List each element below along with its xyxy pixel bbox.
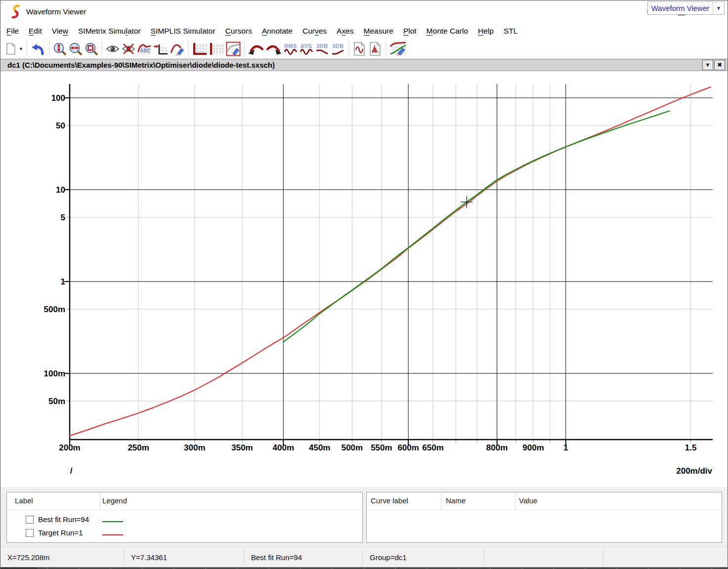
taskbar-sliver [0,567,728,569]
zoom-x-button[interactable] [68,41,84,57]
avg-button[interactable]: AVG [299,41,314,57]
legend-line-sample [102,521,123,522]
tab-list-dropdown-button[interactable]: ▼ [702,60,713,70]
x-tick-label: 1.5 [685,443,697,452]
y-tick-label: 100m [44,369,65,378]
show-curve-button[interactable] [105,41,121,57]
new-graph-button[interactable]: ▼ [3,41,24,57]
add-axis-button[interactable] [191,41,208,57]
window-title: Waveform Viewer [26,7,86,16]
db3-highpass-button[interactable]: 3DB [330,41,346,57]
edit-curve-button[interactable] [169,41,186,57]
values-col-value: Value [519,496,537,505]
menu-measure[interactable]: Measure [359,27,398,36]
menu-cursors[interactable]: Cursors [220,27,257,36]
hide-curve-button[interactable] [121,41,136,57]
grid-divider-icon [209,42,224,56]
y-tick-label: 10 [56,185,65,195]
menu-stl[interactable]: STL [499,27,522,36]
rms-button[interactable]: RMS [283,41,299,57]
menu-simplis-simulator[interactable]: SIMPLIS Simulator [146,27,220,36]
viewer-mode-value: Waveform Viewer [648,4,713,12]
y-tick-label: 100 [51,93,65,103]
new-graph-dropdown-icon[interactable]: ▼ [19,46,23,51]
x-axis-per-div-label: 200m/div [676,466,712,476]
plot-fft-doc-button[interactable] [367,41,383,57]
combo-dropdown-icon[interactable]: ▼ [713,5,724,11]
db3-lowpass-button[interactable]: 3DB [314,41,330,57]
annotate-curve-button[interactable]: ABC [136,41,152,57]
zoom-box-icon [85,42,98,56]
menu-simetrix-simulator[interactable]: SIMetrix Simulator [73,27,146,36]
legend-line-sample [102,534,123,535]
x-tick-label: 350m [231,443,253,452]
reduce-curve-right-button[interactable] [265,41,283,57]
menu-bar: FileEditViewSIMetrix SimulatorSIMPLIS Si… [0,23,728,39]
x-tick-label: 400m [273,443,294,452]
legend-curve-label[interactable]: Target Run=1 [38,528,83,537]
status-field-5 [603,549,728,566]
x-tick-label: 550m [371,443,392,452]
status-field-0: X=725.208m [0,549,124,566]
bottom-region: Label Legend Best fit Run=94Target Run=1… [0,487,728,547]
undo-button[interactable] [30,41,46,57]
x-tick-label: 1 [563,443,568,452]
status-field-1: Y=7.34361 [124,549,244,566]
curve-label-icon: ABC [137,42,151,56]
waveform-plot[interactable]: 200m250m300m350m400m450m500m550m600m650m… [0,71,728,487]
values-panel-header: Curve label Name Value [367,492,722,510]
legend-checkbox[interactable] [26,516,34,524]
app-logo-icon [10,4,21,19]
db3-label: 3DB [332,43,344,49]
plot-area[interactable]: 200m250m300m350m400m450m500m550m600m650m… [0,71,728,487]
tab-close-button[interactable]: ✖ [714,60,725,70]
eye-crossed-icon [122,42,135,56]
legend-panel: Label Legend Best fit Run=94Target Run=1 [6,492,363,543]
x-tick-label: 300m [184,443,205,452]
move-curve-axis-button[interactable] [152,41,169,57]
zoom-y-button[interactable] [52,41,68,57]
legend-col-label: Label [15,496,33,505]
plot-waveform-doc-button[interactable] [351,41,367,57]
status-bar: X=725.208mY=7.34361Best fit Run=94Group=… [0,547,728,567]
graph-tab-bar: dc1 (C:\Documents\Examples-90\SIMetrix\O… [0,59,728,71]
zoom-rect-button[interactable] [84,41,99,57]
graph-pencil-icon [226,41,241,56]
menu-view[interactable]: View [47,27,73,36]
curve-best-fit-run-94[interactable] [283,111,669,342]
edit-graph-button[interactable] [225,41,242,57]
values-col-name: Name [446,496,466,505]
sine-wave-icon [284,49,297,55]
graph-tab[interactable]: dc1 (C:\Documents\Examples-90\SIMetrix\O… [7,61,275,69]
menu-file[interactable]: File [1,27,24,36]
svg-text:ABC: ABC [140,48,151,53]
highpass-slope-icon [332,49,344,55]
legend-curve-label[interactable]: Best fit Run=94 [38,515,89,524]
x-tick-label: 450m [309,443,330,452]
menu-monte-carlo[interactable]: Monte Carlo [422,27,473,36]
status-field-2: Best fit Run=94 [244,549,363,566]
menu-help[interactable]: Help [473,27,499,36]
legend-row: Target Run=1 [26,526,362,539]
sine-wave-icon [300,49,313,55]
menu-plot[interactable]: Plot [398,27,422,36]
add-grid-button[interactable] [208,41,225,57]
edit-curves-button[interactable] [388,41,407,57]
legend-col-legend: Legend [102,496,127,505]
legend-checkbox[interactable] [26,529,34,537]
menu-axes[interactable]: Axes [332,27,358,36]
document-sine-icon [353,41,366,56]
db3-label: 3DB [316,43,328,49]
viewer-mode-combo[interactable]: Waveform Viewer ▼ [647,1,725,15]
menu-annotate[interactable]: Annotate [257,27,298,36]
curve-pencil-icon [170,42,185,56]
rms-label: RMS [284,43,297,49]
values-col-curve-label: Curve label [371,496,408,505]
lowpass-slope-icon [316,49,329,55]
menu-edit[interactable]: Edit [24,27,47,36]
menu-curves[interactable]: Curves [298,27,332,36]
waveform-viewer-window: Waveform Viewer ✕ FileEditViewSIMetrix S… [0,0,728,569]
avg-label: AVG [300,43,313,49]
x-tick-label: 800m [486,443,508,452]
reduce-curve-left-button[interactable] [247,41,265,57]
